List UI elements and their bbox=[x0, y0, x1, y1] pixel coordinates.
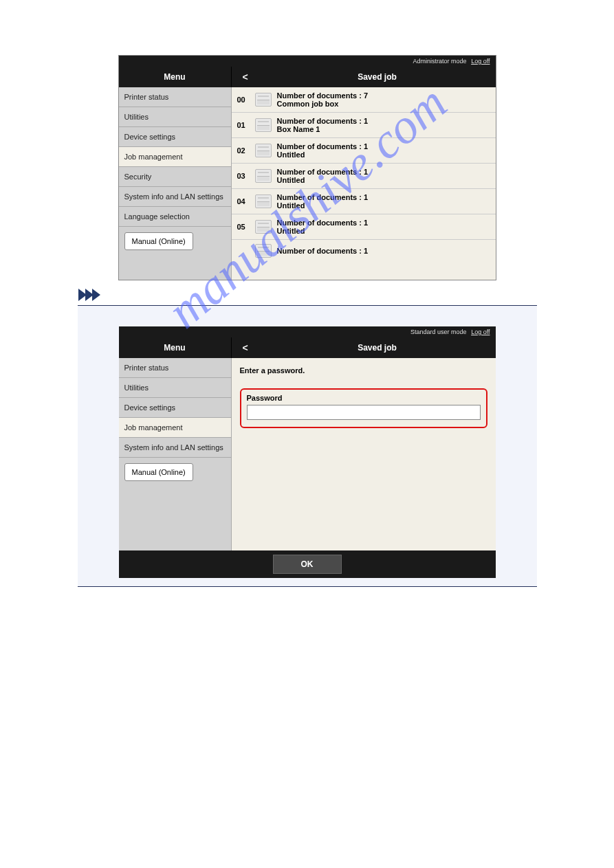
header: Menu < Saved job bbox=[119, 67, 496, 87]
sidebar-item-device-settings[interactable]: Device settings bbox=[119, 398, 231, 418]
logoff-link[interactable]: Log off bbox=[471, 329, 490, 335]
mode-label: Standard user mode bbox=[410, 329, 467, 335]
password-input[interactable] bbox=[247, 405, 481, 420]
sidebar: Printer status Utilities Device settings… bbox=[119, 358, 232, 550]
password-highlight-box: Password bbox=[240, 388, 487, 428]
job-index: 02 bbox=[237, 146, 250, 155]
sidebar-item-printer-status[interactable]: Printer status bbox=[119, 358, 231, 378]
sidebar-item-system-info[interactable]: System info and LAN settings bbox=[119, 438, 231, 458]
job-box-icon bbox=[255, 144, 272, 157]
page-title: Saved job bbox=[259, 337, 496, 358]
job-doc-count: Number of documents : 1 bbox=[277, 193, 490, 201]
footer: OK bbox=[119, 550, 496, 578]
sidebar-item-device-settings[interactable]: Device settings bbox=[119, 127, 231, 147]
job-doc-count: Number of documents : 1 bbox=[277, 219, 490, 227]
svg-marker-2 bbox=[92, 289, 100, 301]
job-doc-count: Number of documents : 1 bbox=[277, 247, 490, 255]
job-name: Untitled bbox=[277, 201, 490, 210]
job-box-icon bbox=[255, 93, 272, 107]
job-row[interactable]: 02 Number of documents : 1Untitled bbox=[232, 138, 496, 164]
job-box-icon bbox=[255, 244, 272, 258]
sidebar-item-security[interactable]: Security bbox=[119, 167, 231, 187]
job-index: 05 bbox=[237, 223, 250, 231]
sidebar-item-job-management[interactable]: Job management bbox=[119, 147, 231, 167]
job-row[interactable]: 04 Number of documents : 1Untitled bbox=[232, 189, 496, 214]
screenshot-standard: Standard user mode Log off Menu < Saved … bbox=[119, 326, 496, 578]
back-button[interactable]: < bbox=[232, 67, 259, 87]
sidebar-item-job-management[interactable]: Job management bbox=[119, 418, 231, 438]
logoff-link[interactable]: Log off bbox=[471, 58, 490, 65]
job-box-icon bbox=[255, 169, 272, 183]
step-arrow-icon bbox=[77, 289, 538, 301]
job-doc-count: Number of documents : 7 bbox=[277, 91, 490, 100]
back-button[interactable]: < bbox=[232, 337, 259, 358]
job-row[interactable]: 00 Number of documents : 7Common job box bbox=[232, 87, 496, 113]
sidebar-item-language[interactable]: Language selection bbox=[119, 207, 231, 227]
topbar: Administrator mode Log off bbox=[119, 56, 496, 67]
job-index: 00 bbox=[237, 96, 250, 104]
password-pane: Enter a password. Password bbox=[232, 358, 496, 550]
job-row[interactable]: Number of documents : 1 bbox=[232, 240, 496, 262]
sidebar-item-utilities[interactable]: Utilities bbox=[119, 107, 231, 127]
job-index: 03 bbox=[237, 172, 250, 180]
job-name: Untitled bbox=[277, 176, 490, 184]
job-doc-count: Number of documents : 1 bbox=[277, 168, 490, 176]
page-title: Saved job bbox=[259, 67, 496, 87]
job-name: Common job box bbox=[277, 100, 490, 108]
sidebar: Printer status Utilities Device settings… bbox=[119, 87, 232, 280]
mode-label: Administrator mode bbox=[413, 58, 467, 65]
screenshot-standard-wrap: Standard user mode Log off Menu < Saved … bbox=[78, 305, 537, 587]
screenshot-admin: Administrator mode Log off Menu < Saved … bbox=[118, 55, 496, 280]
ok-button[interactable]: OK bbox=[273, 555, 342, 574]
job-index: 01 bbox=[237, 121, 250, 129]
job-list: 00 Number of documents : 7Common job box… bbox=[232, 87, 496, 280]
job-doc-count: Number of documents : 1 bbox=[277, 117, 490, 125]
manual-online-button[interactable]: Manual (Online) bbox=[124, 232, 193, 250]
manual-online-button[interactable]: Manual (Online) bbox=[124, 463, 193, 481]
sidebar-item-system-info[interactable]: System info and LAN settings bbox=[119, 187, 231, 207]
job-box-icon bbox=[255, 194, 272, 208]
job-box-icon bbox=[255, 220, 272, 234]
job-row[interactable]: 03 Number of documents : 1Untitled bbox=[232, 164, 496, 189]
job-row[interactable]: 01 Number of documents : 1Box Name 1 bbox=[232, 113, 496, 138]
password-label: Password bbox=[247, 394, 481, 402]
sidebar-item-utilities[interactable]: Utilities bbox=[119, 378, 231, 398]
topbar: Standard user mode Log off bbox=[119, 326, 496, 337]
job-name: Untitled bbox=[277, 227, 490, 235]
menu-header: Menu bbox=[119, 337, 232, 358]
job-box-icon bbox=[255, 118, 272, 132]
job-doc-count: Number of documents : 1 bbox=[277, 142, 490, 151]
menu-header: Menu bbox=[119, 67, 232, 87]
job-row[interactable]: 05 Number of documents : 1Untitled bbox=[232, 214, 496, 240]
job-index: 04 bbox=[237, 197, 250, 205]
sidebar-item-printer-status[interactable]: Printer status bbox=[119, 87, 231, 107]
header: Menu < Saved job bbox=[119, 337, 496, 358]
job-name: Untitled bbox=[277, 151, 490, 159]
job-name: Box Name 1 bbox=[277, 125, 490, 133]
password-prompt: Enter a password. bbox=[240, 366, 487, 375]
